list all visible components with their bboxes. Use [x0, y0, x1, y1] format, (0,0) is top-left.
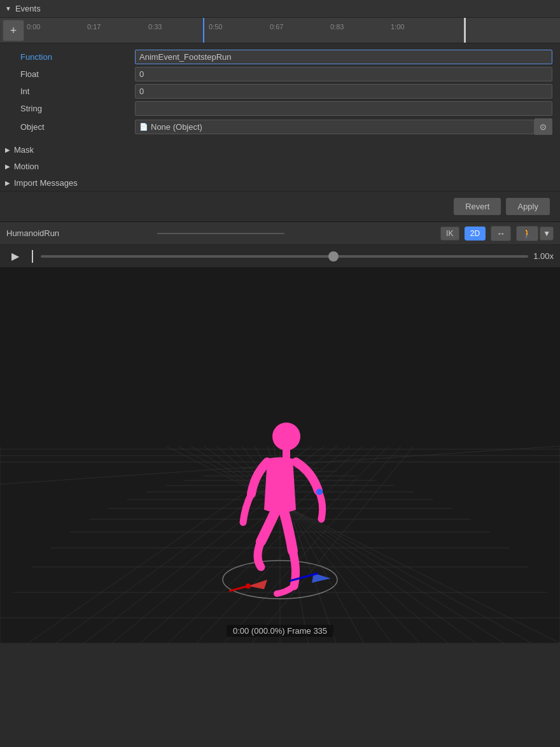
- tick-3: 0:50: [209, 23, 222, 31]
- timeline-ruler[interactable]: 0:00 0:17 0:33 0:50 0:67 0:83 1:00: [27, 18, 560, 43]
- tick-6: 1:00: [391, 23, 404, 31]
- tick-1: 0:17: [87, 23, 101, 31]
- anim-name-divider: [157, 233, 284, 234]
- float-row: Float: [0, 66, 560, 83]
- bottom-buttons-bar: Revert Apply: [0, 191, 560, 221]
- viewport-status: 0:00 (000.0%) Frame 335: [227, 625, 333, 637]
- tick-0: 0:00: [27, 23, 40, 31]
- timeline-ruler-bg: 0:00 0:17 0:33 0:50 0:67 0:83 1:00: [27, 18, 560, 43]
- events-collapse-arrow: ▼: [5, 5, 11, 12]
- string-input[interactable]: [135, 101, 552, 116]
- playback-speed: 1.00x: [533, 251, 554, 261]
- svg-point-47: [316, 489, 323, 495]
- ik-button[interactable]: IK: [440, 227, 459, 241]
- playback-slider-knob[interactable]: [328, 251, 339, 262]
- timeline-bar: + 0:00 0:17 0:33 0:50 0:67 0:83 1:00: [0, 18, 560, 43]
- int-value-container: [135, 84, 552, 99]
- playback-cursor-line: [32, 250, 33, 263]
- object-label: Object: [8, 122, 135, 132]
- mask-section-header[interactable]: ▶ Mask: [0, 141, 560, 158]
- timeline-add-button[interactable]: +: [3, 20, 24, 41]
- string-value-container: [135, 101, 552, 116]
- object-file-icon: 📄: [139, 123, 148, 131]
- playback-bar: ▶ 1.00x: [0, 245, 560, 268]
- events-header[interactable]: ▼ Events: [0, 0, 560, 18]
- int-row: Int: [0, 83, 560, 100]
- mask-section-label: Mask: [14, 145, 34, 155]
- object-value-text: None (Object): [151, 122, 202, 132]
- tick-5: 0:83: [330, 23, 344, 31]
- animation-name: HumanoidRun: [6, 228, 152, 238]
- int-input[interactable]: [135, 84, 552, 99]
- import-messages-section-label: Import Messages: [14, 178, 78, 188]
- motion-collapse-arrow: ▶: [5, 163, 10, 170]
- svg-point-43: [272, 422, 300, 450]
- string-row: String: [0, 100, 560, 117]
- animation-toolbar: HumanoidRun IK 2D ↔ 🚶 ▼: [0, 222, 560, 245]
- object-value-container: 📄 None (Object) ⊙: [135, 118, 552, 135]
- viewport: 0:00 (000.0%) Frame 335: [0, 268, 560, 643]
- properties-section: Function Float Int String: [0, 43, 560, 141]
- int-label: Int: [8, 87, 135, 96]
- object-picker-button[interactable]: ⊙: [535, 118, 552, 135]
- playback-slider[interactable]: [41, 255, 528, 258]
- animation-panel: HumanoidRun IK 2D ↔ 🚶 ▼ ▶ 1.00x: [0, 222, 560, 643]
- motion-section-header[interactable]: ▶ Motion: [0, 158, 560, 174]
- pivot-button[interactable]: ↔: [491, 226, 511, 241]
- apply-button[interactable]: Apply: [506, 198, 550, 215]
- human-icon-button[interactable]: 🚶: [516, 226, 538, 241]
- motion-section-label: Motion: [14, 162, 39, 171]
- grid-svg: [0, 268, 560, 643]
- timeline-cursor: [203, 18, 204, 43]
- play-button[interactable]: ▶: [6, 248, 24, 265]
- float-input[interactable]: [135, 67, 552, 81]
- play-icon: ▶: [11, 250, 19, 262]
- object-field-row: 📄 None (Object) ⊙: [135, 118, 552, 135]
- import-messages-collapse-arrow: ▶: [5, 179, 10, 186]
- float-value-container: [135, 67, 552, 81]
- playback-slider-container: [41, 255, 528, 258]
- human-button-group[interactable]: 🚶 ▼: [516, 226, 554, 241]
- float-label: Float: [8, 69, 135, 79]
- add-icon: +: [10, 25, 17, 36]
- function-input[interactable]: [135, 50, 552, 64]
- svg-point-48: [246, 583, 251, 589]
- object-input[interactable]: 📄 None (Object): [135, 120, 535, 134]
- timeline-marker: [464, 18, 466, 43]
- string-label: String: [8, 104, 135, 113]
- object-row: Object 📄 None (Object) ⊙: [0, 117, 560, 136]
- revert-button[interactable]: Revert: [454, 198, 501, 215]
- import-messages-section-header[interactable]: ▶ Import Messages: [0, 174, 560, 191]
- mask-collapse-arrow: ▶: [5, 146, 10, 153]
- object-picker-icon: ⊙: [540, 122, 547, 132]
- events-panel: ▼ Events + 0:00 0:17 0:33 0:50 0:67 0:83…: [0, 0, 560, 222]
- function-value-container: [135, 50, 552, 64]
- function-label: Function: [8, 52, 135, 62]
- 2d-button[interactable]: 2D: [465, 227, 486, 241]
- tick-2: 0:33: [148, 23, 162, 31]
- human-dropdown-arrow[interactable]: ▼: [540, 227, 554, 241]
- function-row: Function: [0, 48, 560, 66]
- events-title: Events: [15, 4, 41, 13]
- tick-4: 0:67: [270, 23, 283, 31]
